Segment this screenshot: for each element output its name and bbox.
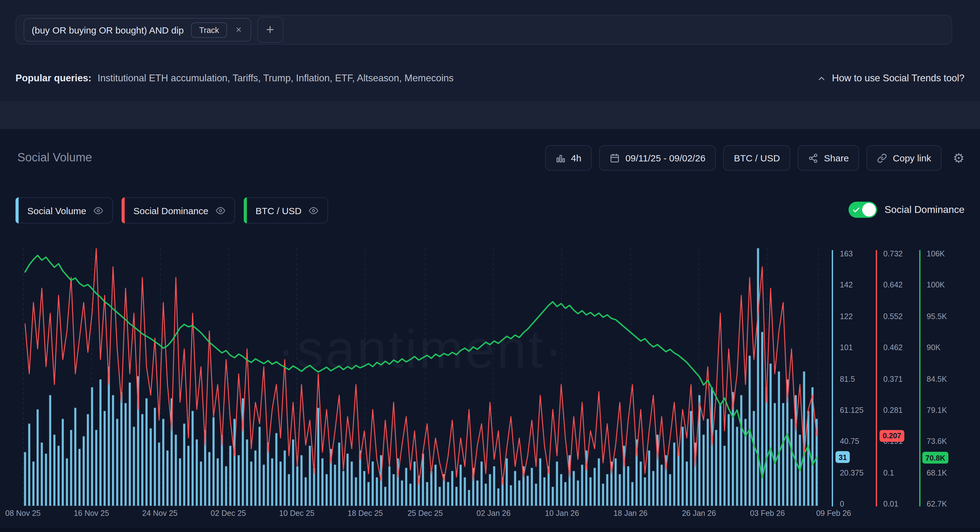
query-chip[interactable]: (buy OR buying OR bought) AND dip Track …	[24, 18, 251, 41]
eye-icon[interactable]	[215, 206, 226, 215]
legend-chip-social-volume[interactable]: Social Volume	[16, 198, 113, 223]
x-tick-label: 10 Jan 26	[545, 509, 579, 518]
y-tick-label: 101	[840, 343, 853, 352]
x-tick-label: 26 Jan 26	[682, 509, 716, 518]
legend-accent	[244, 198, 247, 223]
y-tick-label: 0.281	[883, 406, 903, 414]
search-input[interactable]: (buy OR buying OR bought) AND dip Track …	[16, 15, 952, 45]
bottom-strip	[0, 528, 980, 532]
x-tick-label: 24 Nov 25	[142, 509, 177, 518]
y-tick-label: 40.75	[840, 437, 859, 446]
x-tick-label: 02 Dec 25	[211, 509, 246, 518]
calendar-icon	[610, 153, 620, 163]
add-query-button[interactable]: +	[257, 17, 283, 43]
social-volume-last-value-badge: 31	[835, 451, 850, 463]
y-tick-label: 73.6K	[927, 437, 947, 446]
eye-icon[interactable]	[93, 206, 103, 215]
y-tick-label: 106K	[927, 250, 945, 258]
popular-queries-label: Popular queries:	[16, 73, 92, 84]
legend-accent	[122, 198, 125, 223]
help-link-label: How to use Social Trends tool?	[832, 73, 964, 84]
query-text: (buy OR buying OR bought) AND dip	[32, 24, 184, 35]
legend-accent	[16, 198, 19, 223]
y-tick-label: 142	[840, 280, 853, 289]
y-tick-label: 62.7K	[927, 500, 947, 508]
x-tick-label: 16 Nov 25	[74, 509, 109, 518]
legend-label: BTC / USD	[256, 205, 302, 216]
sub-strip	[0, 101, 980, 129]
y-tick-label: 0.462	[883, 343, 903, 352]
y-axis-line-social-volume	[832, 250, 833, 507]
pair-label: BTC / USD	[734, 153, 780, 163]
x-tick-label: 02 Jan 26	[477, 509, 511, 518]
date-range-label: 09/11/25 - 09/02/26	[625, 153, 705, 163]
y-tick-label: 84.5K	[927, 374, 947, 383]
y-tick-label: 0.642	[883, 280, 903, 289]
y-tick-label: 163	[840, 250, 853, 258]
y-tick-label: 0.1	[883, 468, 894, 477]
track-button[interactable]: Track	[191, 22, 227, 38]
pair-button[interactable]: BTC / USD	[724, 145, 791, 171]
chevron-up-icon	[817, 73, 826, 83]
y-tick-label: 81.5	[840, 374, 855, 383]
x-tick-label: 18 Dec 25	[347, 509, 383, 518]
y-tick-label: 79.1K	[927, 406, 947, 414]
date-range-button[interactable]: 09/11/25 - 09/02/26	[599, 145, 716, 171]
legend-label: Social Dominance	[134, 205, 208, 216]
interval-button[interactable]: 4h	[545, 145, 592, 171]
x-tick-label: 10 Dec 25	[279, 509, 315, 518]
y-tick-label: 61.125	[840, 406, 863, 414]
share-icon	[808, 153, 818, 163]
chart-canvas[interactable]	[23, 248, 819, 506]
interval-label: 4h	[571, 153, 581, 163]
y-tick-label: 100K	[927, 280, 945, 289]
y-tick-label: 0.552	[883, 312, 903, 321]
help-link[interactable]: How to use Social Trends tool?	[817, 73, 964, 84]
y-axis-social-volume: 16314212210181.561.12540.7520.3750	[840, 129, 877, 528]
chart-section: Social Volume 4h 09/11/25 - 09/02/26 BTC…	[0, 129, 980, 528]
x-tick-label: 09 Feb 26	[816, 509, 851, 518]
legend-label: Social Volume	[27, 205, 86, 216]
y-tick-label: 122	[840, 312, 853, 321]
popular-queries-list[interactable]: Institutional ETH accumulation, Tariffs,…	[98, 73, 454, 84]
social-dominance-last-value-badge: 0.207	[880, 430, 904, 442]
btc-usd-last-value-badge: 70.8K	[922, 452, 948, 464]
legend-chip-social-dominance[interactable]: Social Dominance	[122, 198, 235, 223]
remove-query-icon[interactable]: ×	[234, 24, 243, 35]
y-tick-label: 0	[840, 500, 844, 508]
y-tick-label: 68.1K	[927, 468, 947, 477]
eye-icon[interactable]	[309, 206, 319, 215]
page-title: Social Volume	[18, 151, 92, 164]
y-tick-label: 0.732	[883, 250, 903, 258]
y-tick-label: 95.5K	[927, 312, 947, 321]
y-tick-label: 90K	[927, 343, 940, 352]
social-trends-page: (buy OR buying OR bought) AND dip Track …	[0, 0, 980, 532]
legend-chip-btc-usd[interactable]: BTC / USD	[244, 198, 328, 223]
y-tick-label: 20.375	[840, 468, 863, 477]
y-axis-btc-usd: 106K100K95.5K90K84.5K79.1K73.6K68.1K62.7…	[927, 129, 964, 528]
x-tick-label: 25 Dec 25	[407, 509, 443, 518]
x-tick-label: 18 Jan 26	[613, 509, 648, 518]
interval-icon	[555, 153, 566, 163]
y-tick-label: 0.01	[883, 500, 899, 508]
y-tick-label: 0.371	[883, 374, 903, 383]
legend: Social Volume Social Dominance BTC / USD	[16, 198, 328, 223]
x-tick-label: 08 Nov 25	[5, 509, 41, 518]
x-tick-label: 03 Feb 26	[750, 509, 785, 518]
header: (buy OR buying OR bought) AND dip Track …	[0, 0, 980, 101]
y-axis-social-dominance: 0.7320.6420.5520.4620.3710.2810.1910.10.…	[883, 129, 920, 528]
popular-queries-row: Popular queries: Institutional ETH accum…	[16, 73, 964, 84]
